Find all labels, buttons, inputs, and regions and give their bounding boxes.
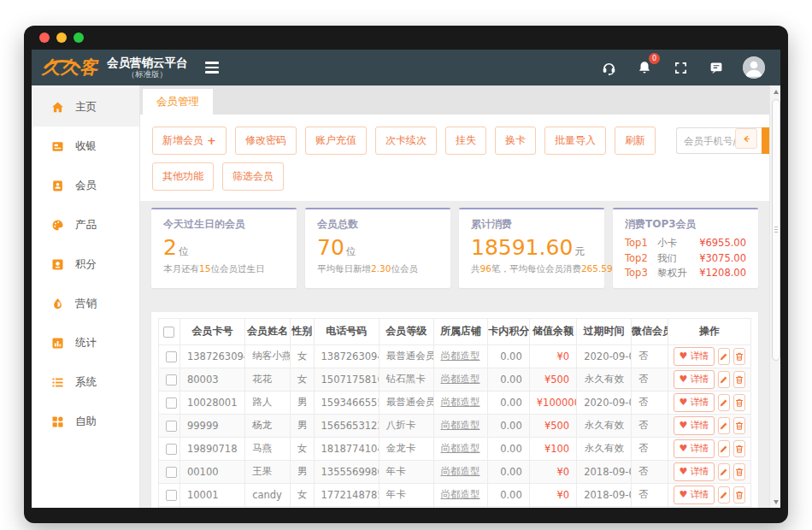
user-avatar[interactable]	[743, 56, 765, 79]
store-link[interactable]: 尚都造型	[441, 373, 480, 385]
row-checkbox[interactable]	[166, 421, 177, 432]
cell-gender: 男	[290, 391, 314, 414]
row-checkbox[interactable]	[166, 490, 177, 501]
delete-button[interactable]	[733, 348, 745, 365]
scroll-down-arrow[interactable]	[770, 496, 780, 508]
detail-button[interactable]: ♥详情	[674, 370, 715, 389]
card-renew-button[interactable]: 次卡续次	[375, 127, 437, 155]
row-checkbox[interactable]	[166, 351, 177, 362]
row-checkbox[interactable]	[166, 467, 177, 478]
detail-button[interactable]: ♥详情	[674, 486, 715, 504]
tab-member-management[interactable]: 会员管理	[143, 89, 213, 115]
store-link[interactable]: 尚都造型	[441, 350, 480, 362]
edit-button[interactable]	[718, 463, 730, 480]
cell-phone: 15656531222	[314, 414, 379, 437]
button-label: 次卡续次	[385, 133, 427, 148]
stat-card-unit: 位	[179, 245, 189, 258]
cell-store: 尚都造型	[433, 368, 488, 391]
add-member-button[interactable]: 新增会员+	[152, 127, 227, 155]
sidebar-item-product[interactable]: 产品	[32, 205, 139, 244]
top-member-row: Top2我们¥3075.00	[625, 251, 746, 267]
sidebar-item-member[interactable]: 会员	[32, 166, 139, 205]
change-password-button[interactable]: 修改密码	[235, 127, 297, 155]
detail-button[interactable]: ♥详情	[674, 439, 715, 458]
search-button[interactable]	[762, 127, 769, 154]
app-subtitle: （标准版）	[127, 69, 168, 79]
table-row: 19890718马燕女18187741043金龙卡尚都造型0.00¥100永久有…	[159, 437, 751, 460]
support-headset-icon[interactable]	[599, 58, 618, 77]
delete-button[interactable]	[733, 486, 745, 504]
detail-button[interactable]: ♥详情	[674, 416, 715, 435]
close-button[interactable]	[39, 32, 50, 43]
row-checkbox[interactable]	[166, 374, 177, 386]
row-checkbox[interactable]	[166, 398, 177, 409]
cell-name: 黎权升	[245, 506, 291, 508]
cell-card_no: 13872630946	[179, 344, 244, 368]
edit-button[interactable]	[718, 486, 730, 504]
replace-card-button[interactable]: 换卡	[495, 127, 536, 155]
select-all-header	[159, 318, 180, 344]
account-recharge-button[interactable]: 账户充值	[305, 127, 367, 155]
chat-icon[interactable]	[707, 58, 726, 77]
store-link[interactable]: 尚都造型	[441, 465, 480, 477]
cell-expire: 永久有效	[577, 368, 632, 391]
row-checkbox[interactable]	[166, 444, 177, 455]
table-row: 80003花花女15071758160钻石黑卡尚都造型0.00¥500永久有效否…	[159, 368, 751, 391]
sidebar-item-cashier[interactable]: 收银	[32, 127, 139, 166]
sidebar-item-label: 主页	[75, 100, 97, 115]
rank-amount: ¥6955.00	[699, 236, 746, 251]
detail-button[interactable]: ♥详情	[674, 393, 715, 412]
minimize-button[interactable]	[56, 32, 67, 43]
column-header-gender: 性别	[290, 318, 314, 344]
edit-button[interactable]	[718, 348, 730, 365]
edit-button[interactable]	[718, 440, 730, 457]
vertical-scrollbar[interactable]	[769, 85, 780, 508]
toolbar-panel: 新增会员+修改密码账户充值次卡续次挂失换卡批量导入刷新 其他功能筛选会员	[140, 115, 769, 201]
zoom-button[interactable]	[74, 32, 84, 43]
cell-phone: 18187741043	[314, 437, 379, 460]
detail-button[interactable]: ♥详情	[674, 462, 715, 481]
store-link[interactable]: 尚都造型	[441, 419, 480, 431]
delete-button[interactable]	[733, 417, 745, 434]
detail-button[interactable]: ♥详情	[674, 347, 715, 366]
delete-button[interactable]	[733, 371, 745, 388]
scrollbar-thumb[interactable]	[772, 99, 780, 361]
edit-button[interactable]	[718, 371, 730, 388]
store-link[interactable]: 尚都造型	[441, 488, 480, 500]
sidebar-item-home[interactable]: 主页	[32, 87, 139, 127]
sidebar-item-selfservice[interactable]: 自助	[32, 402, 139, 441]
filter-members-button[interactable]: 筛选会员	[222, 162, 284, 191]
notifications-bell-icon[interactable]: 0	[635, 58, 654, 77]
button-label: 账户充值	[315, 133, 356, 148]
report-loss-button[interactable]: 挂失	[445, 127, 486, 155]
sidebar-item-label: 积分	[75, 257, 97, 272]
delete-button[interactable]	[733, 463, 745, 480]
store-link[interactable]: 尚都造型	[441, 442, 480, 454]
store-link[interactable]: 尚都造型	[441, 396, 480, 408]
sidebar-item-system[interactable]: 系统	[32, 362, 139, 402]
cell-name: candy	[245, 483, 291, 506]
edit-button[interactable]	[718, 417, 730, 434]
balance-value: ¥100000	[537, 397, 577, 409]
fullscreen-icon[interactable]	[671, 58, 690, 77]
select-all-checkbox[interactable]	[163, 327, 174, 338]
delete-button[interactable]	[733, 394, 745, 411]
other-functions-button[interactable]: 其他功能	[152, 162, 214, 191]
cell-wechat: 否	[631, 368, 668, 391]
sidebar-item-marketing[interactable]: 营销	[32, 284, 139, 323]
cell-points: 0.00	[488, 391, 530, 414]
delete-button[interactable]	[733, 440, 745, 457]
sidebar-item-points[interactable]: 积分	[32, 244, 139, 284]
sidebar-item-stats[interactable]: 统计	[32, 323, 139, 362]
scroll-up-arrow[interactable]	[770, 85, 780, 97]
balance-value: ¥500	[544, 420, 569, 432]
refresh-button[interactable]: 刷新	[615, 127, 656, 155]
menu-toggle-button[interactable]	[200, 56, 224, 79]
collapse-search-button[interactable]	[735, 128, 757, 149]
batch-import-button[interactable]: 批量导入	[544, 127, 606, 155]
cell-card_no: 80003	[179, 368, 244, 391]
column-header-store: 所属店铺	[433, 318, 488, 344]
edit-button[interactable]	[718, 394, 730, 411]
cell-expire: 2020-09-07	[577, 344, 632, 368]
table-row: 10028001路人男15934665551最普通会员尚都造型0.00¥1000…	[159, 391, 751, 414]
